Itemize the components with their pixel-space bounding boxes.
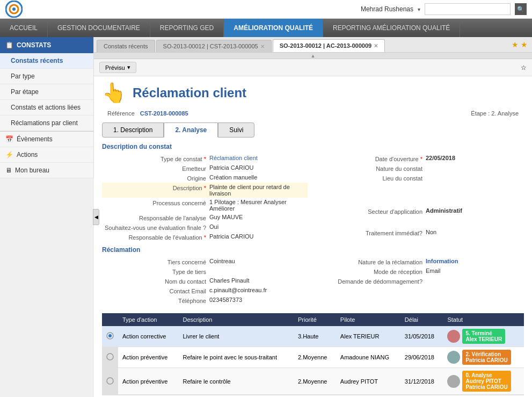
star-outline-icon[interactable]: ★ (521, 40, 528, 49)
desc-tab-1[interactable]: 1. Description (102, 122, 164, 138)
scroll-up-indicator[interactable]: ▲ (94, 53, 532, 59)
form-row-nature-reclamation: Nature de la réclamation Information (318, 257, 524, 266)
description-tabs: 1. Description 2. Analyse Suivi (102, 122, 524, 138)
desc-tab-2[interactable]: 2. Analyse (164, 122, 218, 138)
description-section: Description du constat Type de constat *… (102, 143, 524, 305)
bookmark-icon[interactable]: ☆ (521, 64, 527, 71)
cell-priority: 3.Haute (294, 326, 336, 347)
label-type: Type de constat * (102, 155, 209, 162)
nav-tab-reporting-aq[interactable]: REPORTING AMÉLIORATION QUALITÉ (323, 19, 460, 37)
nav-tab-gestion[interactable]: GESTION DOCUMENTAIRE (48, 19, 150, 37)
value-telephone: 0234587373 (209, 297, 308, 303)
row-select-icon[interactable] (102, 347, 118, 368)
page-footer: Créé le 29/08/2013 par Mehrad Rushenas M… (102, 395, 524, 397)
tab-label: SO-2013-00012 | AC-2013-000009 (280, 42, 371, 49)
sidebar-header: 📋 CONSTATS (0, 37, 93, 53)
sidebar-item-evenements[interactable]: 📅 Évènements (0, 132, 93, 147)
sidebar-nav: 📋 CONSTATS Constats récents Par type Par… (0, 37, 93, 131)
search-input[interactable] (425, 3, 511, 15)
form-row-dedommagement: Demande de dédommagement? (318, 276, 524, 286)
col-header-priority: Priorité (294, 313, 336, 326)
content-tab-so-ac[interactable]: SO-2013-00012 | AC-2013-000009 ✕ (273, 39, 385, 52)
cell-delay: 29/06/2018 (400, 347, 443, 368)
sidebar-item-mon-bureau[interactable]: 🖥 Mon bureau (0, 163, 93, 178)
nav-tab-amelioration[interactable]: AMÉLIORATION QUALITÉ (224, 19, 323, 37)
form-row-date: Date d'ouverture * 22/05/2018 (318, 154, 524, 163)
label-nature-reclamation: Nature de la réclamation (318, 258, 426, 265)
sidebar-item-constats-recents[interactable]: Constats récents (0, 53, 93, 69)
cell-delay: 31/05/2018 (400, 326, 443, 347)
col-header-delay: Délai (400, 313, 443, 326)
table-row[interactable]: Action préventive Refaire le point avec … (102, 347, 524, 368)
hand-icon: 👆 (102, 82, 126, 104)
desc-tab-suivi[interactable]: Suivi (218, 122, 254, 138)
value-contact-nom: Charles Pinault (209, 277, 308, 284)
calendar-icon: 📅 (5, 135, 13, 143)
actions-label: Actions (17, 151, 38, 158)
sidebar-item-actions[interactable]: ⚡ Actions (0, 147, 93, 163)
form-row-secteur: Secteur d'application Administratif (318, 206, 524, 216)
sidebar-item-constats-actions[interactable]: Constats et actions liées (0, 100, 93, 116)
label-lieu: Lieu du constat (318, 174, 426, 182)
sidebar-collapse-arrow[interactable]: ◀ (93, 209, 99, 225)
value-description: Plainte de client pour retard de livrais… (209, 184, 308, 197)
main-layout: 📋 CONSTATS Constats récents Par type Par… (0, 37, 532, 397)
tab-icons: ★ ★ (512, 40, 528, 49)
search-button[interactable]: 🔍 (515, 3, 527, 15)
nav-tab-reporting-ged[interactable]: REPORTING GED (150, 19, 224, 37)
content-tab-constats-recents[interactable]: Constats récents (97, 40, 155, 52)
label-type-tiers: Type de tiers (102, 268, 209, 275)
row-select-icon[interactable] (102, 326, 118, 347)
label-origine: Origine (102, 174, 209, 182)
cell-type: Action corrective (118, 326, 178, 347)
label-date: Date d'ouverture * (318, 155, 426, 162)
sidebar-item-par-type[interactable]: Par type (0, 69, 93, 84)
reference-label: Référence (107, 110, 135, 117)
table-row[interactable]: Action corrective Livrer le client 3.Hau… (102, 326, 524, 347)
mon-bureau-label: Mon bureau (15, 167, 49, 174)
form-row-nature-constat: Nature du constat (318, 163, 524, 173)
sidebar-item-reclamations[interactable]: Réclamations par client (0, 116, 93, 131)
tab-label: SO-2013-00012 | CST-2013-000005 (163, 43, 258, 49)
label-secteur: Secteur d'application (318, 207, 426, 215)
sidebar-item-par-etape[interactable]: Par étape (0, 84, 93, 100)
page-title: Réclamation client (133, 85, 246, 100)
value-secteur: Administratif (426, 207, 524, 214)
col-header-status: Statut (443, 313, 524, 326)
value-type: Réclamation client (209, 155, 308, 161)
status-badge: 2. VérificationPatricia CARIOU (462, 350, 511, 365)
form-row-contact-nom: Nom du contact Charles Pinault (102, 276, 308, 286)
row-select-icon[interactable] (102, 368, 118, 395)
previsu-bar: Prévisu ▾ ☆ (94, 59, 532, 76)
user-dropdown-arrow[interactable]: ▾ (418, 6, 420, 12)
constats-icon: 📋 (5, 41, 13, 49)
sidebar-wrapper: 📋 CONSTATS Constats récents Par type Par… (0, 37, 94, 397)
previsu-label: Prévisu (105, 64, 125, 71)
cell-type: Action préventive (118, 347, 178, 368)
value-responsable-eval: Patricia CARIOU (209, 233, 308, 240)
close-tab-active-icon[interactable]: ✕ (374, 43, 378, 49)
reference-value: CST-2018-000085 (140, 110, 188, 117)
form-row-contact-email: Contact Email c.pinault@cointreau.fr (102, 286, 308, 295)
table-row[interactable]: Action préventive Refaire le contrôle 2.… (102, 368, 524, 395)
cell-priority: 2.Moyenne (294, 368, 336, 395)
close-tab-icon[interactable]: ✕ (260, 44, 265, 49)
form-row-tiers: Tiers concerné Cointreau (102, 257, 308, 266)
form-row-description: Description * Plainte de client pour ret… (102, 183, 308, 198)
form-row-processus: Processus concerné 1 Pilotage : Mesurer … (102, 198, 308, 213)
form-row-type-tiers: Type de tiers (102, 266, 308, 276)
star-filled-icon[interactable]: ★ (512, 40, 519, 49)
label-responsable-analyse: Responsable de l'analyse (102, 214, 209, 221)
action-icon: ⚡ (5, 151, 13, 158)
previsu-button[interactable]: Prévisu ▾ (99, 62, 136, 73)
content-tab-so-cst[interactable]: SO-2013-00012 | CST-2013-000005 ✕ (156, 40, 272, 52)
svg-point-5 (107, 353, 113, 360)
label-processus: Processus concerné (102, 199, 209, 206)
avatar (447, 330, 460, 343)
nav-tab-accueil[interactable]: ACCUEIL (0, 19, 48, 37)
col-header-select (102, 313, 118, 326)
content-area: Constats récents SO-2013-00012 | CST-201… (94, 37, 532, 397)
scroll-up-arrow: ▲ (311, 53, 316, 59)
cell-desc: Livrer le client (178, 326, 294, 347)
description-section-title: Description du constat (102, 143, 524, 150)
